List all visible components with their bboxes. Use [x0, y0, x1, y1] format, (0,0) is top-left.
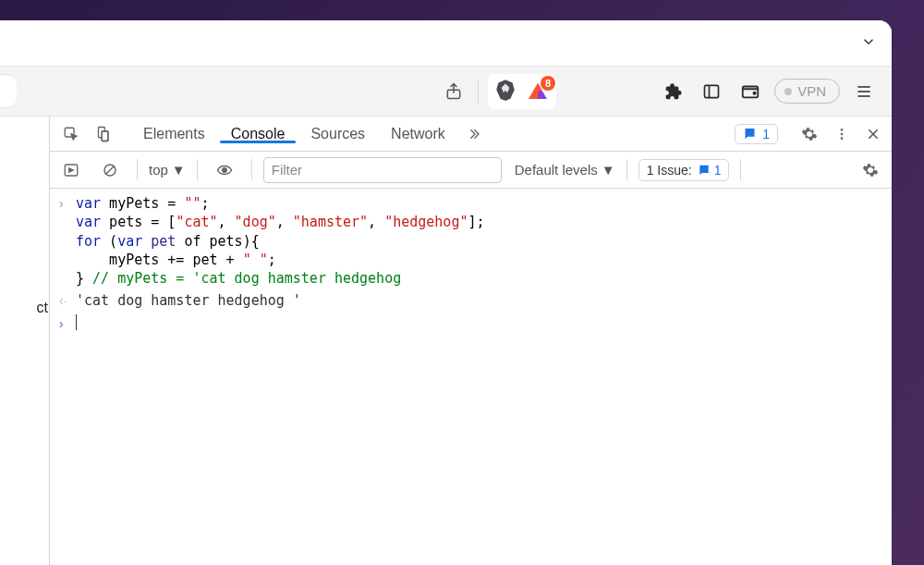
- brave-rewards-icon[interactable]: 8: [525, 79, 551, 104]
- vpn-label: VPN: [797, 83, 826, 99]
- svg-point-14: [841, 137, 844, 140]
- sidepanel-icon[interactable]: [697, 77, 726, 106]
- close-devtools-icon[interactable]: [858, 127, 888, 141]
- console-toolbar: top ▼ Default levels ▼ 1 Issue:: [50, 152, 892, 189]
- dropdown-icon: ▼: [172, 162, 186, 178]
- vpn-status-dot-icon: [784, 88, 792, 95]
- toolbar-separator: [478, 79, 479, 104]
- errors-indicator[interactable]: 1: [735, 124, 778, 144]
- page-text-fragment: ct: [0, 300, 48, 316]
- console-result: 'cat dog hamster hedgehog ': [76, 291, 301, 310]
- console-sidebar-toggle-icon[interactable]: [55, 162, 87, 178]
- expand-chevron-icon[interactable]: [860, 33, 877, 54]
- svg-rect-1: [705, 85, 719, 97]
- inspect-icon[interactable]: [55, 126, 87, 142]
- more-tabs-icon[interactable]: [458, 127, 488, 141]
- menu-icon[interactable]: [849, 77, 879, 106]
- svg-rect-10: [102, 131, 108, 141]
- output-marker-icon: ‹·: [59, 291, 76, 310]
- console-log-area[interactable]: › var myPets = ""; var pets = ["cat", "d…: [50, 189, 892, 565]
- svg-point-4: [754, 92, 756, 93]
- browser-window: 8 VPN: [0, 20, 892, 565]
- svg-point-12: [841, 129, 844, 131]
- svg-marker-18: [69, 167, 74, 172]
- share-icon[interactable]: [439, 77, 468, 106]
- clear-console-icon[interactable]: [94, 162, 126, 178]
- console-input-block: › var myPets = ""; var pets = ["cat", "d…: [50, 192, 892, 289]
- tab-sources[interactable]: Sources: [298, 126, 378, 142]
- context-selector[interactable]: top ▼: [149, 162, 186, 178]
- input-marker-icon: ›: [59, 194, 76, 213]
- brave-shields-icon[interactable]: [493, 78, 517, 105]
- devtools-tabbar: Elements Console Sources Network 1: [50, 117, 892, 152]
- console-settings-icon[interactable]: [855, 162, 886, 178]
- extensions-icon[interactable]: [658, 77, 687, 106]
- issues-indicator[interactable]: 1 Issue: 1: [638, 159, 730, 181]
- tab-elements[interactable]: Elements: [130, 126, 218, 142]
- prompt-marker-icon: ›: [59, 314, 76, 333]
- log-levels-selector[interactable]: Default levels ▼: [515, 162, 615, 178]
- svg-point-13: [841, 132, 844, 135]
- rewards-badge: 8: [541, 76, 555, 91]
- svg-point-21: [222, 167, 227, 173]
- kebab-menu-icon[interactable]: [827, 127, 857, 141]
- wallet-icon[interactable]: [736, 77, 765, 106]
- address-bar[interactable]: [0, 74, 17, 108]
- filter-input[interactable]: [263, 157, 502, 183]
- device-toggle-icon[interactable]: [87, 126, 118, 142]
- titlebar: [0, 20, 892, 67]
- browser-toolbar: 8 VPN: [0, 67, 892, 117]
- settings-icon[interactable]: [794, 126, 825, 142]
- extension-group: 8: [488, 74, 556, 109]
- tab-console[interactable]: Console: [218, 126, 298, 142]
- devtools-panel: Elements Console Sources Network 1: [50, 117, 892, 565]
- page-content-area: ct: [0, 117, 50, 565]
- console-prompt[interactable]: ›: [50, 313, 892, 335]
- svg-line-20: [106, 166, 115, 174]
- tab-network[interactable]: Network: [378, 126, 458, 142]
- live-expression-icon[interactable]: [209, 162, 240, 178]
- dropdown-icon: ▼: [602, 162, 615, 178]
- console-output-line: ‹· 'cat dog hamster hedgehog ': [50, 289, 892, 312]
- vpn-button[interactable]: VPN: [774, 79, 840, 104]
